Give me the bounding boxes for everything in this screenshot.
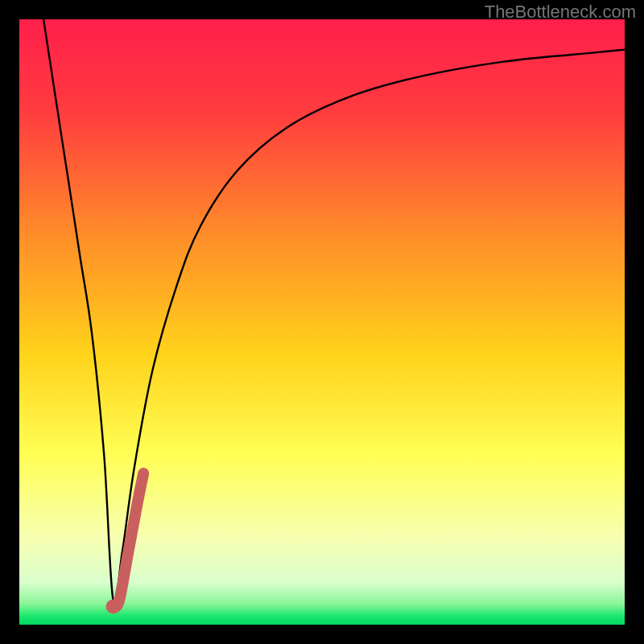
chart-frame: TheBottleneck.com <box>0 0 644 644</box>
chart-svg <box>19 19 625 625</box>
plot-area <box>19 19 625 625</box>
trough-marker <box>106 599 121 613</box>
highlight-segment <box>114 473 144 607</box>
watermark-text: TheBottleneck.com <box>485 2 636 23</box>
